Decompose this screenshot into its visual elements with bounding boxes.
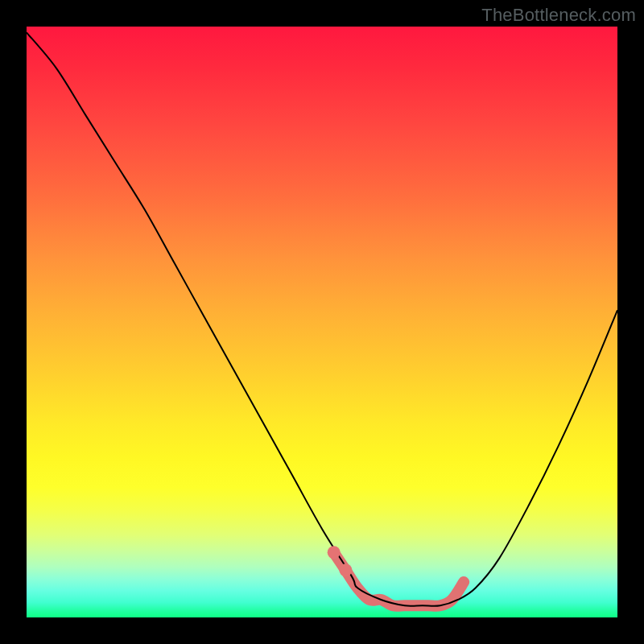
watermark-text: TheBottleneck.com — [481, 5, 636, 26]
plot-area — [27, 27, 617, 617]
curve-layer — [27, 27, 617, 617]
highlight-dot — [339, 564, 352, 576]
highlight-dot — [328, 546, 341, 559]
chart-frame: TheBottleneck.com — [0, 0, 644, 644]
bottleneck-curve — [27, 32, 617, 606]
